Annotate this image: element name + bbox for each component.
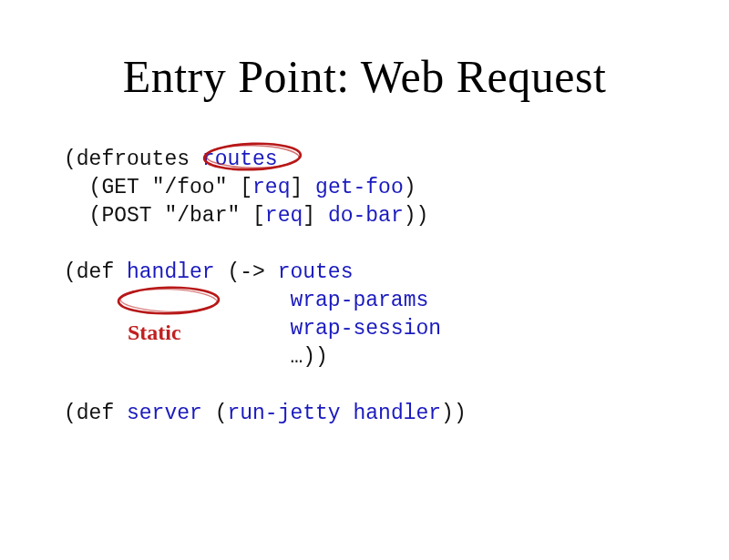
code-token: ] [290, 176, 315, 199]
code-token: routes [278, 260, 354, 284]
code-token: (def [64, 402, 127, 425]
slide-title: Entry Point: Web Request [0, 50, 729, 103]
code-token: )) [441, 402, 467, 425]
code-token: (def [64, 260, 127, 284]
code-token [64, 289, 290, 312]
code-token: (POST [64, 204, 164, 228]
code-token: …)) [64, 345, 328, 369]
code-token: do-bar [328, 204, 404, 228]
annotation-label-static: Static [128, 321, 181, 345]
code-token: ( [202, 402, 228, 425]
code-token: ) [404, 176, 416, 199]
code-token: "/bar" [164, 204, 240, 228]
code-token: server [127, 402, 202, 425]
code-token: wrap-params [290, 289, 428, 312]
code-token: (defroutes [64, 148, 202, 171]
code-token: [ [240, 204, 265, 228]
code-token: wrap-session [290, 317, 441, 341]
code-token: "/foo" [152, 176, 228, 199]
code-token: ] [303, 204, 328, 228]
code-token: )) [404, 204, 429, 228]
code-token: get-foo [315, 176, 404, 199]
code-token: [ [227, 176, 252, 199]
code-token: (-> [215, 260, 278, 284]
code-token-routes: routes [202, 148, 278, 171]
code-token: run-jetty handler [227, 402, 441, 425]
code-block: (defroutes routes (GET "/foo" [req] get-… [64, 146, 467, 428]
code-token: req [252, 176, 290, 199]
code-token-handler: handler [127, 260, 215, 284]
code-token: req [265, 204, 303, 228]
code-token: (GET [64, 176, 152, 199]
